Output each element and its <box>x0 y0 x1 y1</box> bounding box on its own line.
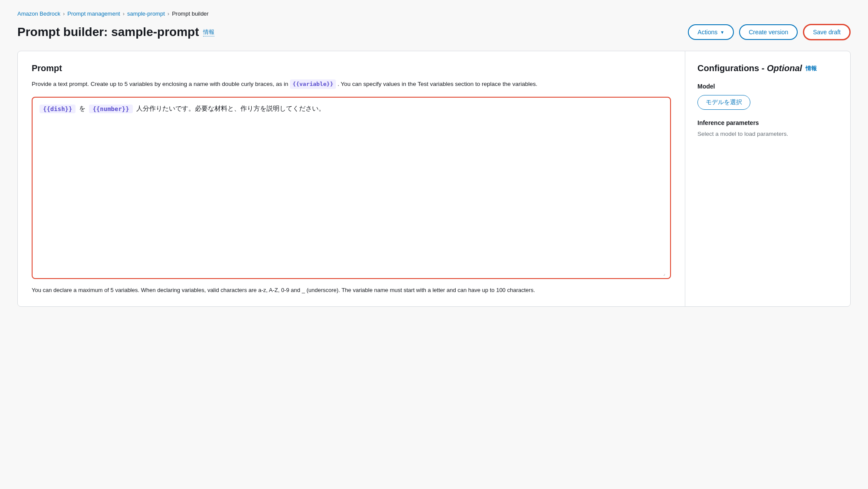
main-card: Prompt Provide a text prompt. Create up … <box>17 51 851 307</box>
inference-label: Inference parameters <box>697 119 838 126</box>
prompt-footer-note: You can declare a maximum of 5 variables… <box>32 286 671 295</box>
resize-handle-icon[interactable]: ⌟ <box>663 271 668 276</box>
breadcrumb-prompt-management[interactable]: Prompt management <box>67 10 120 17</box>
breadcrumb-amazon-bedrock[interactable]: Amazon Bedrock <box>17 10 60 17</box>
breadcrumb-sep-2: › <box>123 10 125 17</box>
breadcrumb-sep-1: › <box>63 10 65 17</box>
prompt-input-box[interactable]: {{dish}} を {{number}} 人分作りたいです。必要な材料と、作り… <box>32 97 671 279</box>
config-info-badge[interactable]: 情報 <box>806 65 817 72</box>
config-title-area: Configurations - Optional 情報 <box>697 63 838 73</box>
page-title: Prompt builder: sample-prompt <box>17 25 199 39</box>
model-label: Model <box>697 83 838 90</box>
dropdown-arrow-icon: ▼ <box>720 30 724 35</box>
breadcrumb-sep-3: › <box>168 10 169 17</box>
prompt-main-text: 人分作りたいです。必要な材料と、作り方を説明してください。 <box>136 105 325 113</box>
left-panel: Prompt Provide a text prompt. Create up … <box>18 51 685 306</box>
variable-example: {{variable}} <box>290 79 336 89</box>
prompt-content: {{dish}} を {{number}} 人分作りたいです。必要な材料と、作り… <box>39 105 663 113</box>
actions-button[interactable]: Actions ▼ <box>688 24 734 40</box>
prompt-connector: を <box>79 105 85 113</box>
inference-placeholder: Select a model to load parameters. <box>697 131 838 137</box>
prompt-var-number: {{number}} <box>89 105 132 113</box>
config-title-text: Configurations - Optional <box>697 63 802 73</box>
info-badge[interactable]: 情報 <box>203 28 214 36</box>
select-model-button[interactable]: モデルを選択 <box>697 95 750 110</box>
right-panel: Configurations - Optional 情報 Model モデルを選… <box>685 51 850 306</box>
header-actions: Actions ▼ Create version Save draft <box>688 24 851 40</box>
save-draft-button[interactable]: Save draft <box>803 24 851 40</box>
prompt-section-title: Prompt <box>32 63 671 73</box>
breadcrumb: Amazon Bedrock › Prompt management › sam… <box>17 10 851 17</box>
prompt-var-dish: {{dish}} <box>39 105 76 113</box>
breadcrumb-current: Prompt builder <box>172 10 209 17</box>
prompt-description: Provide a text prompt. Create up to 5 va… <box>32 79 671 89</box>
breadcrumb-sample-prompt[interactable]: sample-prompt <box>127 10 165 17</box>
create-version-button[interactable]: Create version <box>739 24 798 40</box>
